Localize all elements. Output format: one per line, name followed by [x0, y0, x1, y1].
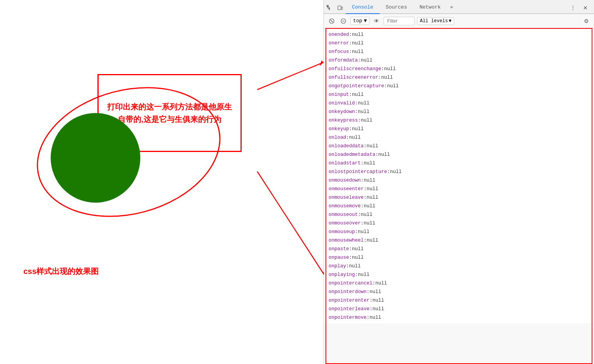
close-devtools-button[interactable]: ✕	[580, 2, 591, 13]
console-line: onmousemove: null	[324, 202, 594, 210]
console-line: onpointerdown: null	[324, 288, 594, 296]
device-toolbar-button[interactable]	[335, 2, 346, 13]
svg-rect-5	[338, 6, 341, 10]
console-output[interactable]: onended: nullonerror: nullonfocus: nullo…	[324, 28, 594, 323]
console-settings-button[interactable]: ⚙	[582, 16, 591, 26]
svg-line-0	[257, 62, 324, 90]
console-line: onerror: null	[324, 39, 594, 48]
tab-network[interactable]: Network	[413, 1, 447, 14]
arrow-bottom-svg	[253, 168, 331, 284]
main-content-panel: 打印出来的这一系列方法都是他原生自带的,这是它与生俱来的行为 css样式出现的效…	[0, 0, 324, 364]
console-line: onlostpointercapture: null	[324, 168, 594, 176]
console-line: oninvalid: null	[324, 99, 594, 108]
console-output-wrapper: onended: nullonerror: nullonfocus: nullo…	[324, 28, 594, 364]
console-line: onloadstart: null	[324, 159, 594, 168]
log-level-selector[interactable]: All levels ▼	[417, 17, 454, 25]
css-label: css样式出现的效果图	[23, 266, 99, 277]
devtools-right-icons: ⋮ ✕	[567, 2, 594, 13]
console-line: onfocus: null	[324, 48, 594, 56]
console-line: onfullscreenerror: null	[324, 73, 594, 82]
console-line: onmouseup: null	[324, 228, 594, 236]
console-line: onpointerleave: null	[324, 305, 594, 313]
console-bar: top ▼ 👁 All levels ▼ ⚙	[324, 14, 594, 28]
clear-console-button[interactable]	[327, 16, 336, 26]
console-line: onmousewheel: null	[324, 236, 594, 245]
svg-rect-6	[341, 7, 343, 9]
arrow-top-svg	[253, 58, 331, 136]
console-line: onmouseout: null	[324, 210, 594, 219]
console-line: onplay: null	[324, 262, 594, 270]
filter-input[interactable]	[384, 17, 415, 25]
more-options-button[interactable]: ⋮	[567, 2, 578, 13]
console-line: onpause: null	[324, 253, 594, 262]
tab-sources[interactable]: Sources	[380, 1, 414, 14]
console-line: onpointercancel: null	[324, 279, 594, 288]
console-line: onloadedmetadata: null	[324, 150, 594, 159]
svg-line-2	[257, 171, 325, 277]
console-line: onmouseleave: null	[324, 193, 594, 202]
console-line: onkeyup: null	[324, 125, 594, 133]
demo-area: 打印出来的这一系列方法都是他原生自带的,这是它与生俱来的行为 css样式出现的效…	[12, 58, 285, 253]
svg-marker-1	[320, 60, 324, 66]
console-line: onmouseover: null	[324, 219, 594, 228]
tab-console[interactable]: Console	[346, 1, 380, 14]
console-line: onpointermove: null	[324, 313, 594, 322]
console-line: onkeypress: null	[324, 116, 594, 125]
console-line: onfullscreenchange: null	[324, 65, 594, 73]
console-line: onplaying: null	[324, 270, 594, 279]
console-line: onformdata: null	[324, 56, 594, 65]
console-line: oninput: null	[324, 90, 594, 99]
devtools-panel: Console Sources Network » ⋮ ✕ top ▼ 👁 Al…	[324, 0, 594, 364]
tab-more-button[interactable]: »	[447, 1, 456, 13]
eye-button[interactable]: 👁	[372, 16, 381, 26]
console-line: onloadeddata: null	[324, 142, 594, 150]
console-line: onmouseenter: null	[324, 185, 594, 193]
console-line: onended: null	[324, 30, 594, 39]
console-line: onkeydown: null	[324, 108, 594, 116]
console-line: ongotpointercapture: null	[324, 82, 594, 90]
level-dropdown-icon: ▼	[449, 18, 451, 24]
console-line: onmousedown: null	[324, 176, 594, 185]
context-selector[interactable]: top ▼	[350, 17, 369, 25]
console-line: onpaste: null	[324, 245, 594, 253]
devtools-tab-bar: Console Sources Network » ⋮ ✕	[324, 0, 594, 14]
context-value: top	[353, 18, 362, 24]
level-label: All levels	[420, 18, 448, 24]
filter-button[interactable]	[339, 16, 348, 26]
svg-line-8	[331, 20, 333, 22]
context-dropdown-icon: ▼	[364, 18, 367, 24]
console-line: onpointerenter: null	[324, 296, 594, 305]
green-circle	[51, 113, 140, 203]
inspect-element-button[interactable]	[324, 2, 335, 13]
console-line: onload: null	[324, 133, 594, 142]
